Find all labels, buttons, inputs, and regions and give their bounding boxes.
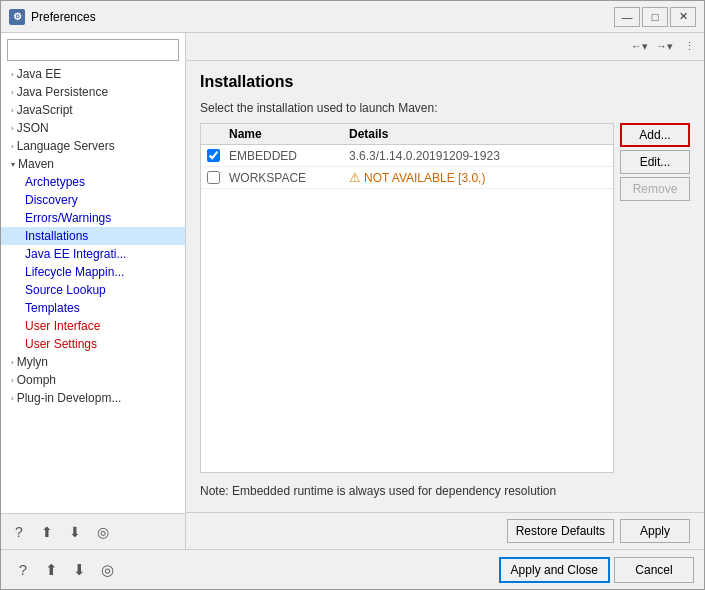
action-buttons: Add... Edit... Remove bbox=[620, 123, 690, 473]
sidebar-item-user-settings[interactable]: User Settings bbox=[1, 335, 185, 353]
export-footer-icon[interactable]: ⬇ bbox=[67, 558, 91, 582]
sidebar-item-errors-warnings[interactable]: Errors/Warnings bbox=[1, 209, 185, 227]
help-icon-btn[interactable]: ? bbox=[9, 522, 29, 542]
panel-body: Installations Select the installation us… bbox=[186, 61, 704, 512]
apply-button[interactable]: Apply bbox=[620, 519, 690, 543]
minimize-button[interactable]: — bbox=[614, 7, 640, 27]
import-icon-btn[interactable]: ⬆ bbox=[37, 522, 57, 542]
installations-table: Name Details EMBEDDED 3.6.3/1.14.0.20191… bbox=[200, 123, 614, 473]
footer-bar: ? ⬆ ⬇ ◎ Apply and Close Cancel bbox=[1, 549, 704, 589]
restore-defaults-button[interactable]: Restore Defaults bbox=[507, 519, 614, 543]
warning-icon: ⚠ bbox=[349, 170, 361, 185]
sidebar-bottom: ? ⬆ ⬇ ◎ bbox=[1, 513, 185, 549]
chevron-icon bbox=[11, 394, 14, 403]
chevron-icon bbox=[11, 106, 14, 115]
sidebar-item-label: Oomph bbox=[17, 373, 56, 387]
row-name-embedded: EMBEDDED bbox=[225, 149, 345, 163]
sidebar-item-installations[interactable]: Installations bbox=[1, 227, 185, 245]
forward-button[interactable]: →▾ bbox=[653, 36, 676, 58]
help-footer-icon[interactable]: ? bbox=[11, 558, 35, 582]
remove-button[interactable]: Remove bbox=[620, 177, 690, 201]
sidebar-item-java-ee[interactable]: Java EE bbox=[1, 65, 185, 83]
bottom-bar: Restore Defaults Apply bbox=[186, 512, 704, 549]
sidebar-item-templates[interactable]: Templates bbox=[1, 299, 185, 317]
main-content: Java EE Java Persistence JavaScript JSON bbox=[1, 33, 704, 549]
import-footer-icon[interactable]: ⬆ bbox=[39, 558, 63, 582]
apply-and-close-button[interactable]: Apply and Close bbox=[499, 557, 610, 583]
col-details: Details bbox=[345, 127, 613, 141]
sidebar-item-label: Language Servers bbox=[17, 139, 115, 153]
panel-toolbar: ←▾ →▾ ⋮ bbox=[186, 33, 704, 61]
panel-title: Installations bbox=[200, 73, 690, 91]
window-title: Preferences bbox=[31, 10, 614, 24]
sidebar-item-language-servers[interactable]: Language Servers bbox=[1, 137, 185, 155]
sidebar-item-oomph[interactable]: Oomph bbox=[1, 371, 185, 389]
edit-button[interactable]: Edit... bbox=[620, 150, 690, 174]
note-text: Note: Embedded runtime is always used fo… bbox=[200, 483, 690, 500]
sidebar-item-label: JSON bbox=[17, 121, 49, 135]
cancel-button[interactable]: Cancel bbox=[614, 557, 694, 583]
chevron-icon bbox=[11, 376, 14, 385]
sidebar-item-javascript[interactable]: JavaScript bbox=[1, 101, 185, 119]
sidebar-item-java-persistence[interactable]: Java Persistence bbox=[1, 83, 185, 101]
checkbox-embedded[interactable] bbox=[207, 149, 220, 162]
sidebar-item-label: Maven bbox=[18, 157, 54, 171]
sidebar-item-label: Java Persistence bbox=[17, 85, 108, 99]
checkbox-workspace[interactable] bbox=[207, 171, 220, 184]
sidebar-item-label: Java EE bbox=[17, 67, 62, 81]
sidebar-item-plugin-development[interactable]: Plug-in Developm... bbox=[1, 389, 185, 407]
sidebar-item-label: Plug-in Developm... bbox=[17, 391, 122, 405]
tree-area: Java EE Java Persistence JavaScript JSON bbox=[1, 65, 185, 513]
settings-icon-btn[interactable]: ◎ bbox=[93, 522, 113, 542]
sidebar-item-maven[interactable]: Maven bbox=[1, 155, 185, 173]
search-input[interactable] bbox=[7, 39, 179, 61]
table-and-actions: Name Details EMBEDDED 3.6.3/1.14.0.20191… bbox=[200, 123, 690, 473]
sidebar-item-java-ee-integration[interactable]: Java EE Integrati... bbox=[1, 245, 185, 263]
close-button[interactable]: ✕ bbox=[670, 7, 696, 27]
maximize-button[interactable]: □ bbox=[642, 7, 668, 27]
row-check-embedded[interactable] bbox=[201, 149, 225, 162]
sidebar-item-discovery[interactable]: Discovery bbox=[1, 191, 185, 209]
sidebar-item-label: Mylyn bbox=[17, 355, 48, 369]
sidebar-item-label: JavaScript bbox=[17, 103, 73, 117]
export-icon-btn[interactable]: ⬇ bbox=[65, 522, 85, 542]
sidebar-item-source-lookup[interactable]: Source Lookup bbox=[1, 281, 185, 299]
chevron-icon bbox=[11, 358, 14, 367]
titlebar: ⚙ Preferences — □ ✕ bbox=[1, 1, 704, 33]
chevron-icon bbox=[11, 124, 14, 133]
col-name: Name bbox=[225, 127, 345, 141]
table-header: Name Details bbox=[201, 124, 613, 145]
sidebar-item-mylyn[interactable]: Mylyn bbox=[1, 353, 185, 371]
row-name-workspace: WORKSPACE bbox=[225, 171, 345, 185]
sidebar-item-lifecycle-mapping[interactable]: Lifecycle Mappin... bbox=[1, 263, 185, 281]
right-panel: ←▾ →▾ ⋮ Installations Select the install… bbox=[186, 33, 704, 549]
table-row: WORKSPACE ⚠ NOT AVAILABLE [3.0,) bbox=[201, 167, 613, 189]
table-row: EMBEDDED 3.6.3/1.14.0.20191209-1923 bbox=[201, 145, 613, 167]
sidebar: Java EE Java Persistence JavaScript JSON bbox=[1, 33, 186, 549]
app-icon: ⚙ bbox=[9, 9, 25, 25]
add-button[interactable]: Add... bbox=[620, 123, 690, 147]
preferences-window: ⚙ Preferences — □ ✕ Java EE Java Persist… bbox=[0, 0, 705, 590]
row-details-workspace: ⚠ NOT AVAILABLE [3.0,) bbox=[345, 170, 613, 185]
chevron-icon bbox=[11, 70, 14, 79]
sidebar-item-json[interactable]: JSON bbox=[1, 119, 185, 137]
menu-button[interactable]: ⋮ bbox=[678, 36, 700, 58]
back-button[interactable]: ←▾ bbox=[628, 36, 651, 58]
chevron-icon bbox=[11, 88, 14, 97]
window-controls: — □ ✕ bbox=[614, 7, 696, 27]
sidebar-item-archetypes[interactable]: Archetypes bbox=[1, 173, 185, 191]
chevron-down-icon bbox=[11, 160, 15, 169]
sidebar-item-user-interface[interactable]: User Interface bbox=[1, 317, 185, 335]
col-check bbox=[201, 127, 225, 141]
panel-subtitle: Select the installation used to launch M… bbox=[200, 101, 690, 115]
target-footer-icon[interactable]: ◎ bbox=[95, 558, 119, 582]
row-check-workspace[interactable] bbox=[201, 171, 225, 184]
row-details-embedded: 3.6.3/1.14.0.20191209-1923 bbox=[345, 149, 613, 163]
chevron-icon bbox=[11, 142, 14, 151]
